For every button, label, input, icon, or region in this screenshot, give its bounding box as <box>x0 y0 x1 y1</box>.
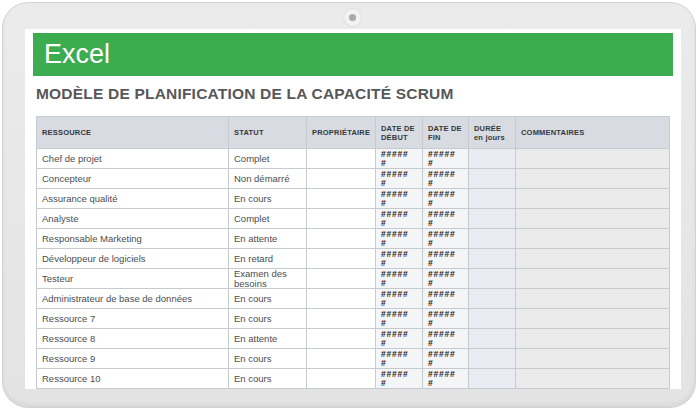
cell-duree[interactable] <box>469 229 516 249</box>
cell-date_fin[interactable]: ###### <box>423 289 469 309</box>
cell-date_fin[interactable]: ###### <box>423 169 469 189</box>
cell-ressource[interactable]: Ressource 8 <box>37 329 229 349</box>
cell-proprietaire[interactable] <box>307 349 376 369</box>
cell-statut[interactable]: En cours <box>229 369 307 389</box>
column-header-date_debut: DATE DE DÉBUT <box>376 117 423 149</box>
cell-date_debut[interactable]: ###### <box>376 169 423 189</box>
cell-duree[interactable] <box>469 269 516 289</box>
cell-commentaires[interactable] <box>516 289 670 309</box>
cell-ressource[interactable]: Testeur <box>37 269 229 289</box>
cell-proprietaire[interactable] <box>307 149 376 169</box>
cell-date_debut[interactable]: ###### <box>376 209 423 229</box>
scrum-capacity-table: RESSOURCESTATUTPROPRIÉTAIREDATE DE DÉBUT… <box>36 116 670 389</box>
cell-commentaires[interactable] <box>516 189 670 209</box>
cell-proprietaire[interactable] <box>307 209 376 229</box>
cell-commentaires[interactable] <box>516 229 670 249</box>
cell-ressource[interactable]: Ressource 7 <box>37 309 229 329</box>
cell-date_fin[interactable]: ###### <box>423 249 469 269</box>
cell-ressource[interactable]: Développeur de logiciels <box>37 249 229 269</box>
table-row: Chef de projetComplet############ <box>37 149 670 169</box>
cell-date_fin[interactable]: ###### <box>423 329 469 349</box>
cell-duree[interactable] <box>469 249 516 269</box>
cell-duree[interactable] <box>469 209 516 229</box>
cell-proprietaire[interactable] <box>307 329 376 349</box>
cell-ressource[interactable]: Analyste <box>37 209 229 229</box>
cell-date_fin[interactable]: ###### <box>423 269 469 289</box>
cell-date_fin[interactable]: ###### <box>423 189 469 209</box>
cell-date_fin[interactable]: ###### <box>423 309 469 329</box>
camera-icon <box>344 9 361 26</box>
cell-date_debut[interactable]: ###### <box>376 289 423 309</box>
cell-duree[interactable] <box>469 289 516 309</box>
cell-statut[interactable]: En cours <box>229 289 307 309</box>
cell-date_fin[interactable]: ###### <box>423 349 469 369</box>
cell-date_fin[interactable]: ###### <box>423 369 469 389</box>
column-header-date_fin: DATE DE FIN <box>423 117 469 149</box>
cell-duree[interactable] <box>469 309 516 329</box>
table-row: Responsable MarketingEn attente#########… <box>37 229 670 249</box>
cell-proprietaire[interactable] <box>307 249 376 269</box>
cell-date_fin[interactable]: ###### <box>423 229 469 249</box>
cell-commentaires[interactable] <box>516 329 670 349</box>
cell-statut[interactable]: Complet <box>229 149 307 169</box>
cell-statut[interactable]: Examen des besoins <box>229 269 307 289</box>
tablet-frame: Excel MODÈLE DE PLANIFICATION DE LA CAPA… <box>2 2 696 408</box>
cell-proprietaire[interactable] <box>307 189 376 209</box>
cell-date_fin[interactable]: ###### <box>423 149 469 169</box>
cell-ressource[interactable]: Concepteur <box>37 169 229 189</box>
cell-ressource[interactable]: Ressource 10 <box>37 369 229 389</box>
cell-statut[interactable]: En retard <box>229 249 307 269</box>
cell-statut[interactable]: En cours <box>229 349 307 369</box>
cell-date_debut[interactable]: ###### <box>376 269 423 289</box>
column-header-ressource: RESSOURCE <box>37 117 229 149</box>
cell-date_debut[interactable]: ###### <box>376 329 423 349</box>
cell-date_debut[interactable]: ###### <box>376 189 423 209</box>
cell-date_debut[interactable]: ###### <box>376 349 423 369</box>
cell-commentaires[interactable] <box>516 149 670 169</box>
table-row: Ressource 8En attente############ <box>37 329 670 349</box>
cell-duree[interactable] <box>469 149 516 169</box>
cell-duree[interactable] <box>469 349 516 369</box>
table-header: RESSOURCESTATUTPROPRIÉTAIREDATE DE DÉBUT… <box>37 117 670 149</box>
column-header-duree: DURÉE en jours <box>469 117 516 149</box>
cell-commentaires[interactable] <box>516 169 670 189</box>
cell-duree[interactable] <box>469 169 516 189</box>
cell-ressource[interactable]: Administrateur de base de données <box>37 289 229 309</box>
cell-statut[interactable]: Non démarré <box>229 169 307 189</box>
cell-date_debut[interactable]: ###### <box>376 249 423 269</box>
cell-commentaires[interactable] <box>516 269 670 289</box>
column-header-commentaires: COMMENTAIRES <box>516 117 670 149</box>
table-row: Ressource 10En cours############ <box>37 369 670 389</box>
cell-proprietaire[interactable] <box>307 369 376 389</box>
column-header-proprietaire: PROPRIÉTAIRE <box>307 117 376 149</box>
cell-date_debut[interactable]: ###### <box>376 309 423 329</box>
cell-proprietaire[interactable] <box>307 169 376 189</box>
cell-date_debut[interactable]: ###### <box>376 369 423 389</box>
cell-duree[interactable] <box>469 329 516 349</box>
cell-date_fin[interactable]: ###### <box>423 209 469 229</box>
cell-duree[interactable] <box>469 369 516 389</box>
cell-duree[interactable] <box>469 189 516 209</box>
cell-ressource[interactable]: Assurance qualité <box>37 189 229 209</box>
cell-statut[interactable]: Complet <box>229 209 307 229</box>
cell-ressource[interactable]: Responsable Marketing <box>37 229 229 249</box>
table-body: Chef de projetComplet############Concept… <box>37 149 670 389</box>
cell-date_debut[interactable]: ###### <box>376 149 423 169</box>
cell-ressource[interactable]: Ressource 9 <box>37 349 229 369</box>
cell-commentaires[interactable] <box>516 209 670 229</box>
cell-commentaires[interactable] <box>516 349 670 369</box>
excel-brand-logo: Excel <box>44 38 110 69</box>
cell-statut[interactable]: En attente <box>229 329 307 349</box>
cell-date_debut[interactable]: ###### <box>376 229 423 249</box>
cell-commentaires[interactable] <box>516 369 670 389</box>
cell-statut[interactable]: En cours <box>229 189 307 209</box>
cell-proprietaire[interactable] <box>307 269 376 289</box>
cell-proprietaire[interactable] <box>307 309 376 329</box>
cell-commentaires[interactable] <box>516 309 670 329</box>
cell-proprietaire[interactable] <box>307 229 376 249</box>
cell-statut[interactable]: En attente <box>229 229 307 249</box>
cell-statut[interactable]: En cours <box>229 309 307 329</box>
cell-ressource[interactable]: Chef de projet <box>37 149 229 169</box>
cell-proprietaire[interactable] <box>307 289 376 309</box>
cell-commentaires[interactable] <box>516 249 670 269</box>
